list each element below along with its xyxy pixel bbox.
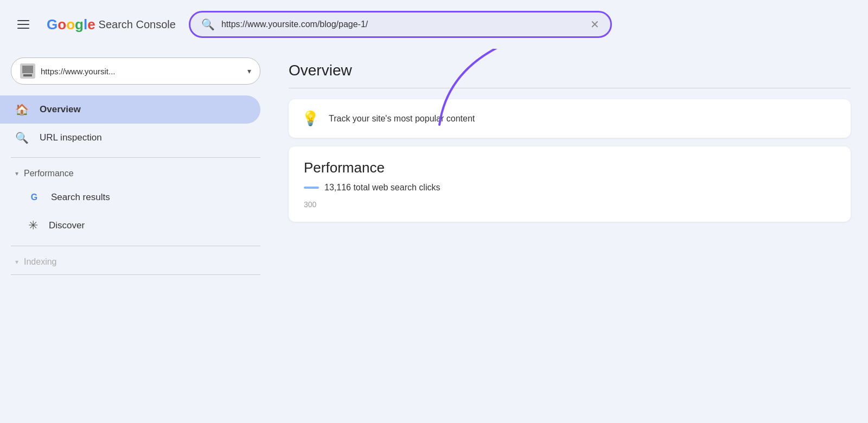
sidebar-section-indexing-label: Indexing xyxy=(24,257,57,267)
close-icon[interactable]: ✕ xyxy=(590,18,599,31)
chart-value-label: 300 xyxy=(304,200,835,209)
sidebar-item-discover[interactable]: ✳ Discover xyxy=(0,211,260,240)
property-url: https://www.yoursit... xyxy=(41,67,242,76)
dropdown-icon: ▾ xyxy=(247,67,251,75)
performance-card-title: Performance xyxy=(304,159,835,176)
sidebar-section-performance-label: Performance xyxy=(24,169,74,178)
property-selector[interactable]: https://www.yoursit... ▾ xyxy=(11,57,260,85)
app-logo: Google Search Console xyxy=(47,16,176,33)
lightbulb-icon: 💡 xyxy=(302,110,319,127)
sidebar: https://www.yoursit... ▾ 🏠 Overview 🔍 UR… xyxy=(0,49,271,423)
sidebar-divider-2 xyxy=(11,246,260,246)
svg-rect-2 xyxy=(23,74,32,76)
sidebar-section-indexing[interactable]: ▾ Indexing xyxy=(0,252,271,272)
sidebar-item-overview-label: Overview xyxy=(40,104,81,115)
tip-text: Track your site's most popular content xyxy=(329,114,475,124)
sidebar-item-discover-label: Discover xyxy=(49,220,85,231)
chevron-down-icon-indexing: ▾ xyxy=(15,258,18,266)
asterisk-icon: ✳ xyxy=(28,219,38,233)
metric-value: 13,116 total web search clicks xyxy=(324,183,440,193)
chevron-down-icon: ▾ xyxy=(15,170,18,177)
menu-button[interactable] xyxy=(13,16,34,33)
content-divider xyxy=(289,88,851,88)
sidebar-divider-3 xyxy=(11,274,260,275)
sidebar-item-search-results-label: Search results xyxy=(51,192,110,203)
home-icon: 🏠 xyxy=(15,103,29,116)
sidebar-item-url-inspection[interactable]: 🔍 URL inspection xyxy=(0,124,260,152)
metric-bar-icon xyxy=(304,187,319,189)
sidebar-item-url-inspection-label: URL inspection xyxy=(40,132,102,143)
app-name: Search Console xyxy=(99,18,176,31)
app-header: Google Search Console 🔍 ✕ xyxy=(0,0,868,49)
property-favicon xyxy=(20,63,35,79)
favicon-image xyxy=(20,63,35,79)
performance-metric: 13,116 total web search clicks xyxy=(304,183,835,193)
search-icon: 🔍 xyxy=(15,131,29,144)
url-inspection-bar[interactable]: 🔍 ✕ xyxy=(189,11,612,38)
main-content: Overview 💡 Track your site's most popula… xyxy=(271,49,868,423)
google-g-icon: G xyxy=(28,191,40,203)
main-layout: https://www.yoursit... ▾ 🏠 Overview 🔍 UR… xyxy=(0,49,868,423)
svg-rect-1 xyxy=(22,66,33,73)
search-icon: 🔍 xyxy=(201,18,215,31)
sidebar-item-search-results[interactable]: G Search results xyxy=(0,184,260,211)
tip-card: 💡 Track your site's most popular content xyxy=(289,99,851,138)
sidebar-item-overview[interactable]: 🏠 Overview xyxy=(0,95,260,124)
url-search-input[interactable] xyxy=(221,20,584,29)
performance-card: Performance 13,116 total web search clic… xyxy=(289,146,851,222)
google-logo: Google xyxy=(47,16,95,33)
sidebar-divider-1 xyxy=(11,157,260,158)
sidebar-section-performance[interactable]: ▾ Performance xyxy=(0,163,271,184)
page-title: Overview xyxy=(289,62,851,79)
